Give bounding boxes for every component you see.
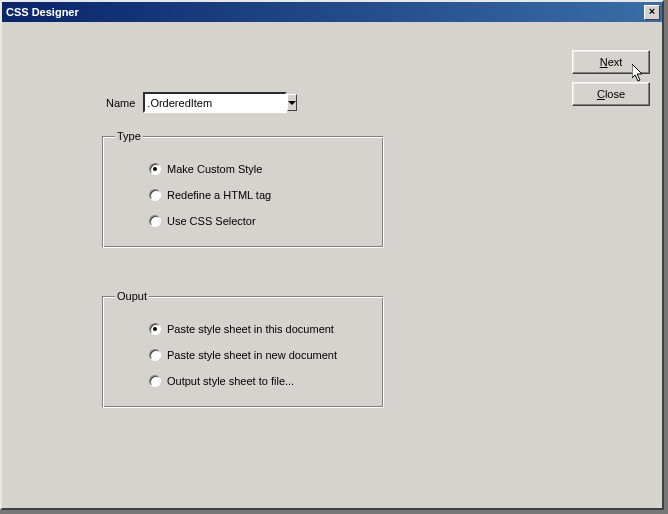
radio-output-1[interactable] (149, 349, 161, 361)
radio-output-0[interactable] (149, 323, 161, 335)
close-button[interactable]: Close (572, 82, 650, 106)
radio-row-output-0[interactable]: Paste style sheet in this document (115, 316, 371, 342)
chevron-down-icon[interactable] (287, 94, 297, 111)
radio-row-type-1[interactable]: Redefine a HTML tag (115, 182, 371, 208)
group-type-legend: Type (115, 130, 143, 142)
titlebar: CSS Designer × (2, 2, 662, 22)
radio-label-type-1: Redefine a HTML tag (167, 189, 271, 201)
next-button-key: N (600, 56, 608, 68)
name-input[interactable] (145, 94, 287, 111)
radio-label-output-1: Paste style sheet in new document (167, 349, 337, 361)
action-buttons: Next Close (572, 50, 650, 114)
close-window-button[interactable]: × (644, 5, 660, 20)
radio-row-type-2[interactable]: Use CSS Selector (115, 208, 371, 234)
group-output: Ouput Paste style sheet in this document… (102, 290, 384, 408)
radio-label-output-0: Paste style sheet in this document (167, 323, 334, 335)
radio-type-1[interactable] (149, 189, 161, 201)
radio-type-0[interactable] (149, 163, 161, 175)
next-button[interactable]: Next (572, 50, 650, 74)
radio-row-type-0[interactable]: Make Custom Style (115, 156, 371, 182)
name-row: Name (106, 92, 287, 113)
radio-label-type-2: Use CSS Selector (167, 215, 256, 227)
name-label: Name (106, 97, 135, 109)
dialog-content: Next Close Name Type Make Custom Style (2, 22, 662, 508)
close-button-suffix: lose (605, 88, 625, 100)
group-type: Type Make Custom Style Redefine a HTML t… (102, 130, 384, 248)
name-combobox[interactable] (143, 92, 287, 113)
radio-label-type-0: Make Custom Style (167, 163, 262, 175)
next-button-suffix: ext (608, 56, 623, 68)
radio-row-output-2[interactable]: Output style sheet to file... (115, 368, 371, 394)
dialog-window: CSS Designer × Next Close Name Type (0, 0, 664, 510)
close-button-key: C (597, 88, 605, 100)
radio-label-output-2: Output style sheet to file... (167, 375, 294, 387)
radio-output-2[interactable] (149, 375, 161, 387)
group-output-legend: Ouput (115, 290, 149, 302)
window-title: CSS Designer (6, 6, 644, 18)
radio-type-2[interactable] (149, 215, 161, 227)
radio-row-output-1[interactable]: Paste style sheet in new document (115, 342, 371, 368)
